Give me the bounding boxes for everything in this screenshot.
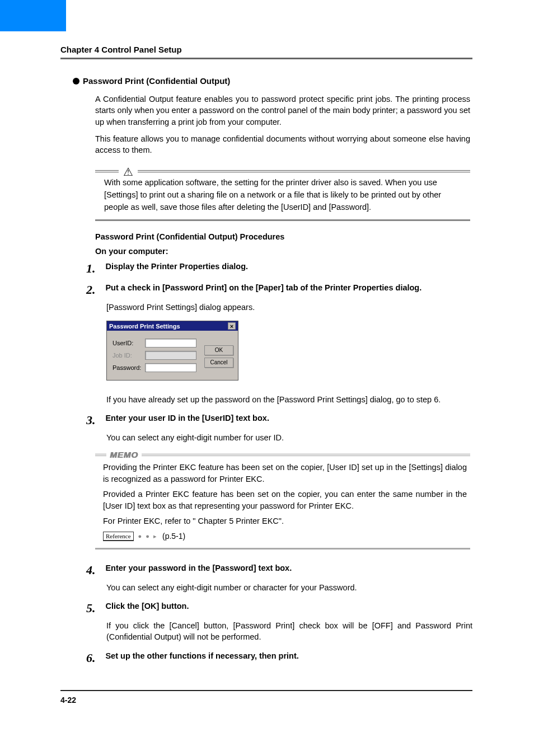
memo-p2: Provided a Printer EKC feature has been … [103, 489, 467, 512]
memo-box: MEMO Providing the Printer EKC feature h… [95, 454, 470, 550]
memo-p1: Providing the Printer EKC feature has be… [103, 462, 467, 485]
dialog-titlebar: Password Print Settings × [107, 321, 238, 331]
password-input[interactable] [145, 363, 196, 372]
password-print-dialog: Password Print Settings × UserID: Job ID… [106, 321, 238, 381]
step-6: 6. Set up the other functions if necessa… [86, 651, 472, 665]
side-tab [0, 0, 66, 31]
step-4-num: 4. [86, 563, 103, 577]
password-label: Password: [113, 364, 139, 371]
step-3-num: 3. [86, 413, 103, 428]
step-4-title: Enter your password in the [Password] te… [105, 564, 292, 572]
page-number: 4-22 [60, 696, 76, 705]
caution-box: ⚠ With some application software, the se… [95, 170, 470, 220]
reference-page: (p.5-1) [162, 532, 185, 541]
footer-rule [60, 690, 472, 691]
close-icon[interactable]: × [228, 322, 236, 330]
step-6-title: Set up the other functions if necessary,… [105, 651, 298, 660]
userid-input[interactable] [145, 339, 196, 348]
step-5-body: If you click the [Cancel] button, [Passw… [106, 620, 472, 643]
section-title: Password Print (Confidential Output) [73, 76, 472, 86]
dialog-title: Password Print Settings [109, 323, 180, 330]
step-3-body: You can select any eight-digit number fo… [106, 432, 472, 443]
memo-top-rule: MEMO [95, 454, 470, 456]
memo-p3: For Printer EKC, refer to " Chapter 5 Pr… [103, 515, 467, 527]
step-4-body: You can select any eight-digit number or… [106, 582, 472, 593]
caution-bottom-rule [95, 219, 470, 221]
step-1-title: Display the Printer Properties dialog. [105, 262, 248, 271]
caution-text: With some application software, the sett… [104, 177, 466, 213]
memo-label: MEMO [106, 450, 142, 459]
step-2-body1: [Password Print Settings] dialog appears… [106, 302, 472, 313]
dialog-body: UserID: Job ID: Password: OK Cancel [107, 331, 238, 380]
chapter-rule [60, 58, 472, 59]
step-2-title: Put a check in [Password Print] on the [… [105, 283, 421, 292]
intro-p2: This feature allows you to manage confid… [95, 133, 470, 156]
jobid-label: Job ID: [113, 352, 139, 359]
cancel-button[interactable]: Cancel [204, 358, 233, 368]
ok-button[interactable]: OK [204, 345, 233, 355]
step-1: 1. Display the Printer Properties dialog… [86, 261, 472, 276]
step-4: 4. Enter your password in the [Password]… [86, 563, 472, 577]
intro-p1: A Confidential Output feature enables yo… [95, 93, 470, 128]
procedures-heading: Password Print (Confidential Output) Pro… [95, 232, 472, 241]
step-3: 3. Enter your user ID in the [UserID] te… [86, 413, 472, 428]
step-6-num: 6. [86, 651, 103, 665]
reference-dots-icon: ● ● ▸ [138, 533, 158, 540]
bullet-icon [73, 78, 79, 84]
warning-icon: ⚠ [119, 165, 138, 179]
step-3-title: Enter your user ID in the [UserID] text … [105, 414, 269, 422]
chapter-title: Chapter 4 Control Panel Setup [60, 45, 472, 54]
reference-tag: Reference [103, 532, 134, 541]
reference-row: Reference ● ● ▸ (p.5-1) [103, 532, 470, 541]
page-content: Chapter 4 Control Panel Setup Password P… [60, 45, 472, 670]
caution-top-rule: ⚠ [95, 170, 470, 172]
step-2-num: 2. [86, 283, 103, 297]
step-5: 5. Click the [OK] button. [86, 601, 472, 616]
step-2: 2. Put a check in [Password Print] on th… [86, 283, 472, 297]
step-5-title: Click the [OK] button. [105, 602, 189, 611]
userid-label: UserID: [113, 340, 139, 346]
step-2-body2: If you have already set up the password … [106, 394, 472, 405]
section-title-text: Password Print (Confidential Output) [83, 76, 230, 86]
memo-bottom-rule [95, 548, 470, 550]
step-1-num: 1. [86, 261, 103, 276]
jobid-input [145, 351, 196, 360]
step-5-num: 5. [86, 601, 103, 616]
procedures-sub: On your computer: [95, 247, 472, 256]
